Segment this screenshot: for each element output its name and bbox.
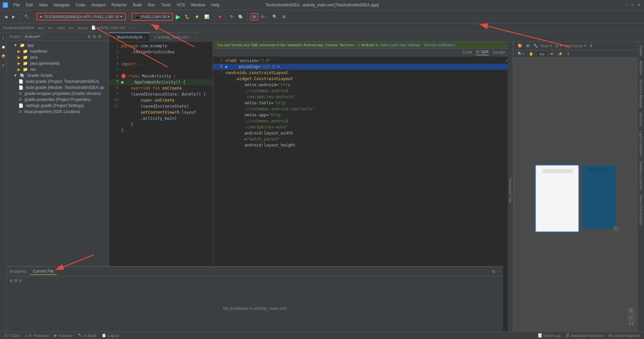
breadcrumb-app[interactable]: app — [38, 26, 44, 30]
expand-all-problems-button[interactable]: ⊞ — [14, 278, 17, 283]
menu-file[interactable]: File — [11, 2, 22, 8]
design-view-tab[interactable]: Design — [493, 50, 505, 55]
menu-edit[interactable]: Edit — [23, 2, 36, 8]
status-terminal[interactable]: ▶ Terminal — [53, 333, 74, 338]
locate-file-button[interactable]: ⊕ — [87, 34, 91, 39]
favorites-toggle[interactable]: ★ — [1, 62, 5, 68]
resource-panel-toggle[interactable]: Resource Manager — [638, 78, 643, 109]
menu-help[interactable]: Help — [209, 2, 222, 8]
status-problems[interactable]: ⚠ 6: Problems — [23, 333, 51, 338]
profile-button[interactable]: 📊 — [203, 13, 211, 20]
problems-settings-button[interactable]: ⚙ — [492, 269, 495, 274]
stop-button[interactable]: ■ — [217, 13, 222, 20]
minimize-button[interactable]: ─ — [625, 3, 629, 7]
tree-item-manifests[interactable]: ▶ 📁 manifests — [7, 48, 109, 54]
breadcrumb-nav-forward[interactable]: → — [129, 26, 133, 30]
info-button[interactable]: ℹ — [589, 43, 593, 49]
palette-panel-toggle[interactable]: Palette — [638, 44, 643, 57]
tree-item-build-gradle-project[interactable]: 📄 build.gradle (Project: TestAndroidInID… — [7, 78, 109, 84]
expand-all-button[interactable]: ⊞ — [93, 34, 96, 39]
search-everywhere-button[interactable]: 🔍 — [271, 13, 279, 20]
project-view-selector[interactable]: Android ▾ — [22, 34, 42, 39]
run-configuration-selector[interactable]: ▶ TESTANDROIDINIDEA.APP | PIXEL 2 API 30… — [37, 13, 126, 20]
layout-inspector-button[interactable]: ⊞ — [251, 13, 258, 20]
menu-code[interactable]: Code — [73, 2, 88, 8]
api-selector[interactable]: 30 — [555, 44, 559, 48]
status-build[interactable]: 🔨 0: Build — [76, 333, 98, 338]
status-logcat[interactable]: 📋 Logcat — [100, 333, 120, 338]
menu-tools[interactable]: Tools — [159, 2, 173, 8]
tree-item-gradle-wrapper[interactable]: ⚙ gradle-wrapper.properties (Gradle Vers… — [7, 91, 109, 97]
structure-panel-toggle[interactable]: 🔲 — [1, 44, 6, 50]
split-view-tab[interactable]: ⊞ Split — [476, 49, 488, 55]
menu-window[interactable]: Window — [188, 2, 208, 8]
run-button[interactable]: ▶ — [174, 12, 182, 21]
device-configuration-selector[interactable]: 📱 PIXEL 2 API 30 ▾ — [131, 13, 173, 21]
tree-item-app[interactable]: ▼ 📁 app — [7, 42, 109, 48]
connect-button[interactable]: ⇌ — [549, 51, 554, 57]
pixel-selector[interactable]: Pixel — [541, 44, 549, 48]
palette-toggle[interactable]: 🎨 — [516, 43, 524, 49]
coverage-button[interactable]: ⚡ — [193, 13, 201, 20]
text-tool[interactable]: T — [566, 51, 571, 57]
menu-navigate[interactable]: Navigate — [51, 2, 72, 8]
gradle-button[interactable]: 🐘 — [236, 13, 245, 20]
tab-mainactivity-close[interactable]: × — [144, 36, 146, 39]
structure-side-toggle[interactable]: Structure — [638, 111, 643, 128]
tab-mainactivity[interactable]: K MainActivity.kt × — [109, 33, 150, 41]
menu-build[interactable]: Build — [130, 2, 145, 8]
settings-button[interactable]: ⚙ — [280, 13, 287, 20]
zoom-out-button[interactable]: − — [628, 315, 635, 321]
menu-analyze[interactable]: Analyze — [89, 2, 108, 8]
debug-button[interactable]: 🐛 — [183, 13, 192, 20]
sync-button[interactable]: ↻ — [228, 13, 235, 20]
problems-current-file-tab[interactable]: Current File — [30, 268, 57, 275]
tree-item-java[interactable]: ▶ 📁 java — [7, 54, 109, 60]
filter-by-severity-button[interactable]: ⊕ — [9, 278, 13, 283]
breadcrumb-file[interactable]: 📄 activity_main.xml — [91, 25, 125, 30]
forward-button[interactable]: ▶ — [10, 13, 17, 20]
tree-item-local-properties[interactable]: ⚙ local.properties (SDK Location) — [7, 109, 109, 115]
zoom-in-toolbar[interactable]: 🔍+ — [516, 51, 526, 57]
tree-item-gradle-scripts[interactable]: ▼ 🐘 Gradle Scripts — [7, 72, 109, 78]
breadcrumb-layout[interactable]: layout — [77, 26, 87, 30]
breadcrumb-project[interactable]: TestAndroidInIDEA — [3, 26, 34, 30]
hand-tool[interactable]: ✋ — [528, 51, 535, 57]
menu-refactor[interactable]: Refactor — [109, 2, 129, 8]
status-layout-inspector[interactable]: ⊞ Layout Inspector — [607, 333, 641, 338]
margin-input[interactable]: 0dp — [537, 51, 546, 57]
layout-validation-toggle[interactable]: Layout Validation — [638, 130, 643, 158]
project-settings-button[interactable]: ⚙ — [98, 34, 102, 39]
close-button[interactable]: ✕ — [637, 3, 641, 7]
tab-activity-main-close[interactable]: × — [190, 35, 192, 39]
menu-view[interactable]: View — [36, 2, 50, 8]
breadcrumb-main[interactable]: main — [57, 26, 65, 30]
breadcrumb-nav-back[interactable]: ← — [134, 26, 138, 30]
attributes-panel-toggle[interactable]: Attributes — [638, 59, 643, 76]
infer-constraints[interactable]: ✨ — [556, 51, 564, 57]
translate-button[interactable]: A→ — [259, 13, 269, 20]
status-todo[interactable]: ☑ TODO — [3, 333, 21, 338]
close-project-panel-button[interactable]: − — [104, 34, 106, 39]
tree-item-gradle-properties[interactable]: ⚙ gradle.properties (Project Properties) — [7, 97, 109, 103]
back-button[interactable]: ◀ — [3, 13, 9, 20]
build-button[interactable]: 🔨 — [22, 13, 31, 20]
component-tree-panel[interactable]: Component Tree — [508, 42, 513, 339]
status-database-inspector[interactable]: 🗄 Database Inspector — [565, 333, 604, 338]
menu-vcs[interactable]: VCS — [174, 2, 188, 8]
device-explorer-toggle[interactable]: Device File Explorer — [638, 194, 643, 226]
notification-link-code-style[interactable]: Open code style settings — [380, 43, 420, 47]
theme-selector[interactable]: AppTheme — [565, 44, 583, 48]
db-inspector-toggle[interactable]: Database Inspector — [638, 160, 643, 192]
collapse-all-problems-button[interactable]: ⊟ — [19, 278, 22, 283]
notification-link-dismiss[interactable]: Dismiss notification — [424, 43, 455, 47]
problems-minimize-button[interactable]: − — [498, 269, 500, 274]
tab-activity-main[interactable]: X activity_main.xml × — [150, 33, 196, 41]
resize-handle[interactable]: ⤡ — [613, 226, 619, 231]
resource-manager-toggle[interactable]: 📦 — [1, 53, 6, 59]
tree-item-res[interactable]: ▶ 📁 res — [7, 66, 109, 72]
status-event-log[interactable]: 📝 Event Log — [537, 333, 562, 338]
menu-run[interactable]: Run — [145, 2, 158, 8]
component-tree-toggle[interactable]: ⊞ — [525, 43, 531, 49]
tree-item-java-generated[interactable]: ▶ 📁 java (generated) — [7, 60, 109, 66]
